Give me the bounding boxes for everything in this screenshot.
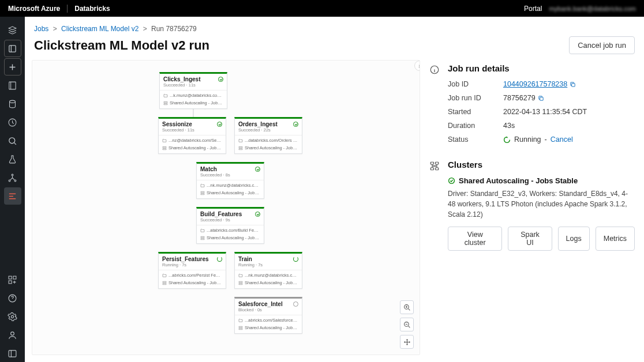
task-notebook-path: ...nz@databricks.com/Sessionize xyxy=(159,135,226,144)
svg-rect-9 xyxy=(13,276,16,279)
portal-link[interactable]: Portal xyxy=(524,5,542,13)
task-cluster: Shared Autoscaling - Jobs St... xyxy=(197,234,264,243)
task-card-match[interactable]: MatchSucceeded · 8s...nk.munz@databricks… xyxy=(196,162,264,199)
spark-ui-button[interactable]: Spark UI xyxy=(508,227,552,251)
job-id-link[interactable]: 1044092617578238 xyxy=(503,80,567,88)
zoom-controls xyxy=(400,300,414,349)
svg-rect-24 xyxy=(201,238,204,239)
breadcrumb-job-name[interactable]: Clickstream ML Model v2 xyxy=(61,25,138,33)
breadcrumb-jobs[interactable]: Jobs xyxy=(34,25,48,33)
svg-rect-28 xyxy=(239,283,242,284)
task-status-icon xyxy=(218,77,223,82)
search-icon[interactable] xyxy=(4,132,21,149)
task-name: Clicks_Ingest xyxy=(163,76,216,82)
breadcrumb: Jobs > Clickstream ML Model v2 > Run 787… xyxy=(25,17,644,33)
job-id-label: Job ID xyxy=(448,80,503,88)
svg-rect-19 xyxy=(239,146,242,148)
data-icon[interactable] xyxy=(4,95,21,112)
left-nav-rail xyxy=(0,17,25,362)
cluster-name: Shared Autoscaling - Jobs Stable xyxy=(459,176,578,185)
panel-toggle-icon[interactable] xyxy=(4,345,21,362)
view-cluster-button[interactable]: View cluster xyxy=(448,227,502,251)
task-card-persist[interactable]: Persist_FeaturesRunning · 7s...abricks.c… xyxy=(158,252,226,289)
svg-rect-18 xyxy=(163,148,166,149)
logs-button[interactable]: Logs xyxy=(558,227,590,251)
task-notebook-path: ...abricks.com/Salesforce Intel xyxy=(235,315,302,324)
metrics-button[interactable]: Metrics xyxy=(596,227,635,251)
task-card-sessionize[interactable]: SessionizeSucceeded · 11s...nz@databrick… xyxy=(158,117,226,154)
status-label: Status xyxy=(448,135,503,144)
task-name: Sessionize xyxy=(162,121,215,127)
repos-icon[interactable] xyxy=(4,77,21,94)
svg-point-5 xyxy=(12,174,13,176)
details-heading: Job run details xyxy=(448,63,635,73)
task-status-text: Succeeded · 11s xyxy=(159,127,226,135)
task-graph-panel: › Clicks_IngestSucceeded · 11s...k.munz@… xyxy=(32,60,420,355)
databricks-logo-icon[interactable] xyxy=(4,21,21,39)
copy-job-id-icon[interactable] xyxy=(570,81,576,88)
partner-icon[interactable] xyxy=(4,271,21,288)
brand-divider xyxy=(67,5,68,13)
svg-point-2 xyxy=(10,100,16,103)
experiments-icon[interactable] xyxy=(4,150,21,168)
task-notebook-path: ...atabricks.com/Build Features xyxy=(197,225,264,234)
task-name: Orders_Ingest xyxy=(238,121,291,127)
running-spinner-icon xyxy=(503,136,511,144)
task-status-icon xyxy=(255,212,260,217)
cluster-description: Driver: Standard_E32_v3, Workers: Standa… xyxy=(448,188,635,220)
create-icon[interactable] xyxy=(4,58,21,76)
task-cluster: Shared Autoscaling - Jobs St... xyxy=(197,189,264,198)
user-email[interactable]: mybank.bank@databricks.com xyxy=(549,5,636,12)
cancel-run-link[interactable]: Cancel xyxy=(551,135,573,144)
user-icon[interactable] xyxy=(4,326,21,344)
svg-point-13 xyxy=(11,331,14,335)
started-value: 2022-04-13 11:35:54 CDT xyxy=(503,108,635,116)
brand-databricks: Databricks xyxy=(74,5,110,13)
cancel-job-run-button[interactable]: Cancel job run xyxy=(569,36,635,54)
run-id-label: Job run ID xyxy=(448,94,503,102)
svg-rect-1 xyxy=(9,82,16,89)
task-notebook-path: ...nk.munz@databricks.com/Train xyxy=(235,270,302,279)
svg-rect-35 xyxy=(540,97,543,101)
workspace-icon[interactable] xyxy=(4,40,21,57)
recents-icon[interactable] xyxy=(4,114,21,131)
task-card-salesforce[interactable]: Salesforce_IntelBlocked · 0s...abricks.c… xyxy=(234,297,302,334)
task-status-text: Succeeded · 22s xyxy=(235,127,302,135)
info-icon xyxy=(429,65,440,77)
status-value: Running xyxy=(514,135,541,144)
svg-rect-25 xyxy=(163,281,166,282)
zoom-out-icon[interactable] xyxy=(400,318,414,331)
models-icon[interactable] xyxy=(4,169,21,186)
cluster-status-icon xyxy=(448,177,455,184)
help-icon[interactable] xyxy=(4,289,21,307)
task-cluster: Shared Autoscaling - Jobs St... xyxy=(235,144,302,153)
svg-rect-10 xyxy=(9,280,12,283)
jobs-icon[interactable] xyxy=(4,187,21,205)
duration-value: 43s xyxy=(503,122,635,130)
pan-icon[interactable] xyxy=(400,335,414,349)
svg-rect-26 xyxy=(163,283,166,284)
task-card-train[interactable]: TrainRunning · 7s...nk.munz@databricks.c… xyxy=(234,252,302,289)
task-name: Salesforce_Intel xyxy=(238,301,291,307)
task-card-clicks[interactable]: Clicks_IngestSucceeded · 11s...k.munz@da… xyxy=(159,72,227,109)
task-status-icon xyxy=(255,167,260,172)
svg-rect-39 xyxy=(436,168,439,170)
svg-rect-38 xyxy=(430,168,433,170)
svg-rect-23 xyxy=(201,236,204,237)
copy-run-id-icon[interactable] xyxy=(538,95,544,101)
svg-rect-16 xyxy=(164,103,167,104)
task-status-text: Succeeded · 11s xyxy=(160,82,227,90)
started-label: Started xyxy=(448,108,503,116)
task-card-orders[interactable]: Orders_IngestSucceeded · 22s...databrick… xyxy=(234,117,302,154)
cluster-icon xyxy=(429,161,440,173)
zoom-in-icon[interactable] xyxy=(400,300,414,314)
run-id-value: 78756279 xyxy=(503,94,536,102)
svg-point-4 xyxy=(9,137,15,143)
task-card-build[interactable]: Build_FeaturesSucceeded · 9s...atabricks… xyxy=(196,207,264,244)
task-status-text: Running · 7s xyxy=(235,262,302,270)
duration-label: Duration xyxy=(448,122,503,130)
svg-rect-37 xyxy=(436,162,439,164)
settings-icon[interactable] xyxy=(4,308,21,325)
svg-rect-27 xyxy=(239,281,242,282)
task-status-icon xyxy=(293,122,298,127)
